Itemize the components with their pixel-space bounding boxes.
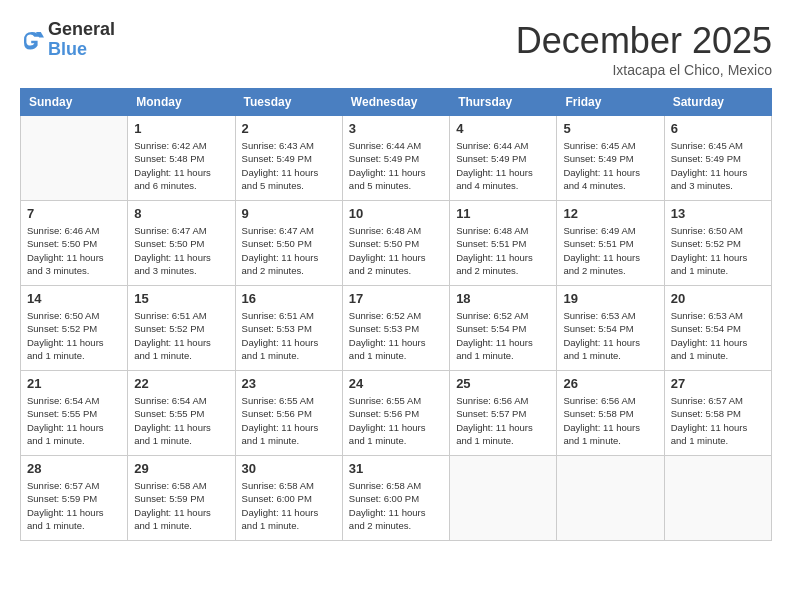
calendar-day-cell: 16Sunrise: 6:51 AMSunset: 5:53 PMDayligh… xyxy=(235,286,342,371)
logo-icon xyxy=(20,28,44,52)
weekday-header: Monday xyxy=(128,89,235,116)
calendar-day-cell: 27Sunrise: 6:57 AMSunset: 5:58 PMDayligh… xyxy=(664,371,771,456)
calendar-day-cell: 21Sunrise: 6:54 AMSunset: 5:55 PMDayligh… xyxy=(21,371,128,456)
weekday-header: Sunday xyxy=(21,89,128,116)
calendar-table: SundayMondayTuesdayWednesdayThursdayFrid… xyxy=(20,88,772,541)
day-number: 31 xyxy=(349,461,443,476)
day-number: 22 xyxy=(134,376,228,391)
day-number: 24 xyxy=(349,376,443,391)
day-info: Sunrise: 6:50 AMSunset: 5:52 PMDaylight:… xyxy=(671,224,765,277)
day-number: 15 xyxy=(134,291,228,306)
calendar-day-cell: 19Sunrise: 6:53 AMSunset: 5:54 PMDayligh… xyxy=(557,286,664,371)
calendar-day-cell: 12Sunrise: 6:49 AMSunset: 5:51 PMDayligh… xyxy=(557,201,664,286)
day-info: Sunrise: 6:54 AMSunset: 5:55 PMDaylight:… xyxy=(27,394,121,447)
calendar-day-cell xyxy=(664,456,771,541)
calendar-day-cell: 3Sunrise: 6:44 AMSunset: 5:49 PMDaylight… xyxy=(342,116,449,201)
weekday-header: Friday xyxy=(557,89,664,116)
calendar-day-cell: 4Sunrise: 6:44 AMSunset: 5:49 PMDaylight… xyxy=(450,116,557,201)
day-number: 26 xyxy=(563,376,657,391)
day-number: 20 xyxy=(671,291,765,306)
calendar-day-cell: 25Sunrise: 6:56 AMSunset: 5:57 PMDayligh… xyxy=(450,371,557,456)
month-title: December 2025 xyxy=(516,20,772,62)
weekday-header: Wednesday xyxy=(342,89,449,116)
day-info: Sunrise: 6:52 AMSunset: 5:53 PMDaylight:… xyxy=(349,309,443,362)
day-info: Sunrise: 6:45 AMSunset: 5:49 PMDaylight:… xyxy=(671,139,765,192)
calendar-day-cell: 2Sunrise: 6:43 AMSunset: 5:49 PMDaylight… xyxy=(235,116,342,201)
calendar-day-cell: 28Sunrise: 6:57 AMSunset: 5:59 PMDayligh… xyxy=(21,456,128,541)
day-info: Sunrise: 6:47 AMSunset: 5:50 PMDaylight:… xyxy=(242,224,336,277)
day-number: 27 xyxy=(671,376,765,391)
calendar-week-row: 7Sunrise: 6:46 AMSunset: 5:50 PMDaylight… xyxy=(21,201,772,286)
calendar-day-cell: 26Sunrise: 6:56 AMSunset: 5:58 PMDayligh… xyxy=(557,371,664,456)
day-info: Sunrise: 6:53 AMSunset: 5:54 PMDaylight:… xyxy=(563,309,657,362)
day-number: 17 xyxy=(349,291,443,306)
logo: General Blue xyxy=(20,20,115,60)
calendar-day-cell: 10Sunrise: 6:48 AMSunset: 5:50 PMDayligh… xyxy=(342,201,449,286)
calendar-day-cell: 29Sunrise: 6:58 AMSunset: 5:59 PMDayligh… xyxy=(128,456,235,541)
weekday-header-row: SundayMondayTuesdayWednesdayThursdayFrid… xyxy=(21,89,772,116)
calendar-day-cell: 9Sunrise: 6:47 AMSunset: 5:50 PMDaylight… xyxy=(235,201,342,286)
day-info: Sunrise: 6:58 AMSunset: 6:00 PMDaylight:… xyxy=(242,479,336,532)
day-info: Sunrise: 6:51 AMSunset: 5:53 PMDaylight:… xyxy=(242,309,336,362)
day-info: Sunrise: 6:47 AMSunset: 5:50 PMDaylight:… xyxy=(134,224,228,277)
day-number: 28 xyxy=(27,461,121,476)
calendar-day-cell: 1Sunrise: 6:42 AMSunset: 5:48 PMDaylight… xyxy=(128,116,235,201)
day-info: Sunrise: 6:54 AMSunset: 5:55 PMDaylight:… xyxy=(134,394,228,447)
calendar-week-row: 14Sunrise: 6:50 AMSunset: 5:52 PMDayligh… xyxy=(21,286,772,371)
day-info: Sunrise: 6:44 AMSunset: 5:49 PMDaylight:… xyxy=(456,139,550,192)
calendar-day-cell: 20Sunrise: 6:53 AMSunset: 5:54 PMDayligh… xyxy=(664,286,771,371)
weekday-header: Tuesday xyxy=(235,89,342,116)
calendar-day-cell xyxy=(450,456,557,541)
day-number: 29 xyxy=(134,461,228,476)
calendar-day-cell: 24Sunrise: 6:55 AMSunset: 5:56 PMDayligh… xyxy=(342,371,449,456)
day-info: Sunrise: 6:58 AMSunset: 6:00 PMDaylight:… xyxy=(349,479,443,532)
day-info: Sunrise: 6:48 AMSunset: 5:51 PMDaylight:… xyxy=(456,224,550,277)
day-info: Sunrise: 6:49 AMSunset: 5:51 PMDaylight:… xyxy=(563,224,657,277)
day-number: 4 xyxy=(456,121,550,136)
day-number: 5 xyxy=(563,121,657,136)
day-number: 14 xyxy=(27,291,121,306)
day-info: Sunrise: 6:57 AMSunset: 5:59 PMDaylight:… xyxy=(27,479,121,532)
day-number: 1 xyxy=(134,121,228,136)
day-number: 21 xyxy=(27,376,121,391)
day-number: 23 xyxy=(242,376,336,391)
day-info: Sunrise: 6:57 AMSunset: 5:58 PMDaylight:… xyxy=(671,394,765,447)
day-info: Sunrise: 6:55 AMSunset: 5:56 PMDaylight:… xyxy=(349,394,443,447)
day-number: 18 xyxy=(456,291,550,306)
logo-text: General Blue xyxy=(48,20,115,60)
calendar-day-cell: 15Sunrise: 6:51 AMSunset: 5:52 PMDayligh… xyxy=(128,286,235,371)
calendar-day-cell: 6Sunrise: 6:45 AMSunset: 5:49 PMDaylight… xyxy=(664,116,771,201)
day-number: 19 xyxy=(563,291,657,306)
day-number: 11 xyxy=(456,206,550,221)
weekday-header: Saturday xyxy=(664,89,771,116)
day-info: Sunrise: 6:42 AMSunset: 5:48 PMDaylight:… xyxy=(134,139,228,192)
day-number: 30 xyxy=(242,461,336,476)
calendar-day-cell: 18Sunrise: 6:52 AMSunset: 5:54 PMDayligh… xyxy=(450,286,557,371)
calendar-day-cell xyxy=(557,456,664,541)
location: Ixtacapa el Chico, Mexico xyxy=(516,62,772,78)
calendar-day-cell: 14Sunrise: 6:50 AMSunset: 5:52 PMDayligh… xyxy=(21,286,128,371)
calendar-day-cell: 23Sunrise: 6:55 AMSunset: 5:56 PMDayligh… xyxy=(235,371,342,456)
day-number: 10 xyxy=(349,206,443,221)
day-info: Sunrise: 6:55 AMSunset: 5:56 PMDaylight:… xyxy=(242,394,336,447)
day-number: 3 xyxy=(349,121,443,136)
calendar-day-cell: 7Sunrise: 6:46 AMSunset: 5:50 PMDaylight… xyxy=(21,201,128,286)
day-info: Sunrise: 6:56 AMSunset: 5:57 PMDaylight:… xyxy=(456,394,550,447)
calendar-day-cell: 30Sunrise: 6:58 AMSunset: 6:00 PMDayligh… xyxy=(235,456,342,541)
calendar-day-cell: 22Sunrise: 6:54 AMSunset: 5:55 PMDayligh… xyxy=(128,371,235,456)
day-info: Sunrise: 6:44 AMSunset: 5:49 PMDaylight:… xyxy=(349,139,443,192)
calendar-day-cell xyxy=(21,116,128,201)
weekday-header: Thursday xyxy=(450,89,557,116)
day-info: Sunrise: 6:53 AMSunset: 5:54 PMDaylight:… xyxy=(671,309,765,362)
day-info: Sunrise: 6:52 AMSunset: 5:54 PMDaylight:… xyxy=(456,309,550,362)
day-info: Sunrise: 6:46 AMSunset: 5:50 PMDaylight:… xyxy=(27,224,121,277)
calendar-week-row: 1Sunrise: 6:42 AMSunset: 5:48 PMDaylight… xyxy=(21,116,772,201)
day-info: Sunrise: 6:48 AMSunset: 5:50 PMDaylight:… xyxy=(349,224,443,277)
day-number: 9 xyxy=(242,206,336,221)
day-info: Sunrise: 6:43 AMSunset: 5:49 PMDaylight:… xyxy=(242,139,336,192)
day-number: 7 xyxy=(27,206,121,221)
title-block: December 2025 Ixtacapa el Chico, Mexico xyxy=(516,20,772,78)
calendar-day-cell: 13Sunrise: 6:50 AMSunset: 5:52 PMDayligh… xyxy=(664,201,771,286)
day-number: 8 xyxy=(134,206,228,221)
calendar-day-cell: 11Sunrise: 6:48 AMSunset: 5:51 PMDayligh… xyxy=(450,201,557,286)
